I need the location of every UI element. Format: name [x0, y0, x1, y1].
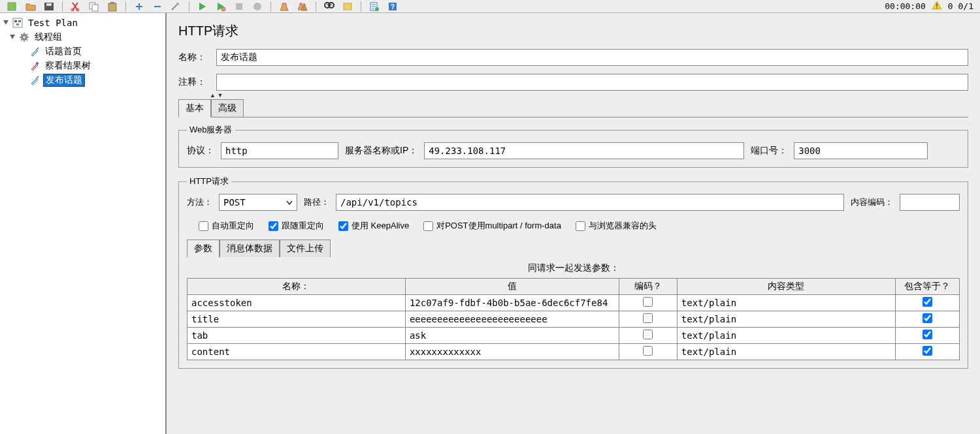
cell-include[interactable]	[895, 311, 960, 328]
tree-node-sampler[interactable]: 话题首页	[1, 44, 164, 59]
encoding-input[interactable]	[900, 194, 960, 211]
port-label: 端口号：	[751, 145, 787, 157]
col-header-encode[interactable]: 编码？	[619, 279, 678, 295]
chevron-down-icon	[286, 197, 293, 208]
testplan-icon	[12, 17, 24, 29]
col-header-ctype[interactable]: 内容类型	[677, 279, 895, 295]
cell-include[interactable]	[895, 295, 960, 311]
browser-compat-checkbox[interactable]: 与浏览器兼容的头	[576, 220, 657, 232]
name-input[interactable]	[216, 49, 968, 66]
cut-icon[interactable]	[69, 1, 83, 12]
function-helper-icon[interactable]	[367, 1, 382, 12]
cell-include[interactable]	[895, 344, 960, 360]
svg-rect-22	[18, 20, 21, 22]
http-request-fieldset: HTTP请求 方法： POST 路径： 内容编码： 自动重定向 跟随重定向 使用…	[178, 176, 968, 369]
table-row[interactable]: accesstoken12c07af9-fdbf-4b0b-b5ae-6dec6…	[188, 295, 960, 311]
svg-rect-8	[110, 2, 114, 4]
minus-icon[interactable]	[150, 1, 165, 12]
cell-encode[interactable]	[619, 311, 678, 328]
params-table[interactable]: 名称： 值 编码？ 内容类型 包含等于？ accesstoken12c07af9…	[187, 278, 960, 360]
comment-label: 注释：	[178, 76, 216, 88]
svg-rect-14	[344, 3, 351, 10]
tree-node-listener[interactable]: 察看结果树	[1, 59, 164, 73]
help-icon[interactable]: ?	[385, 1, 400, 12]
cell-value[interactable]: eeeeeeeeeeeeeeeeeeeeeeeee	[405, 311, 619, 328]
drag-handle-icon[interactable]: ▲ ▼	[178, 93, 968, 98]
tab-basic[interactable]: 基本	[178, 99, 211, 117]
shutdown-icon[interactable]	[250, 1, 265, 12]
search-icon[interactable]	[322, 1, 336, 12]
cell-value[interactable]: xxxxxxxxxxxxx	[405, 344, 619, 360]
reset-search-icon[interactable]	[340, 1, 355, 12]
tree-root[interactable]: Test Plan	[1, 16, 164, 30]
sampler-icon	[29, 46, 41, 57]
cell-ctype[interactable]: text/plain	[677, 295, 895, 311]
table-row[interactable]: tabasktext/plain	[188, 328, 960, 344]
cell-ctype[interactable]: text/plain	[677, 344, 895, 360]
col-header-value[interactable]: 值	[405, 279, 619, 295]
cell-name[interactable]: accesstoken	[188, 295, 406, 311]
svg-text:?: ?	[391, 3, 395, 10]
tree-node-label: 察看结果树	[43, 59, 93, 72]
tab-body[interactable]: 消息体数据	[220, 240, 280, 257]
web-server-fieldset: Web服务器 协议： 服务器名称或IP： 端口号：	[178, 124, 968, 168]
auto-redirect-checkbox[interactable]: 自动重定向	[199, 220, 254, 232]
cell-encode[interactable]	[619, 328, 678, 344]
paste-icon[interactable]	[105, 1, 120, 12]
name-label: 名称：	[178, 52, 216, 63]
keepalive-checkbox[interactable]: 使用 KeepAlive	[338, 220, 409, 232]
method-select[interactable]: POST	[219, 194, 297, 211]
col-header-include[interactable]: 包含等于？	[895, 279, 960, 295]
save-icon[interactable]	[42, 1, 56, 12]
multipart-checkbox[interactable]: 对POST使用multipart / form-data	[423, 220, 561, 232]
clear-icon[interactable]	[277, 1, 291, 12]
cell-encode[interactable]	[619, 344, 678, 360]
params-caption: 同请求一起发送参数：	[187, 262, 960, 274]
run-icon[interactable]	[195, 1, 210, 12]
cell-include[interactable]	[895, 328, 960, 344]
tab-file[interactable]: 文件上传	[280, 240, 331, 257]
port-input[interactable]	[794, 142, 928, 159]
table-row[interactable]: titleeeeeeeeeeeeeeeeeeeeeeeeeetext/plain	[188, 311, 960, 328]
collapse-icon[interactable]	[1, 18, 10, 27]
cell-encode[interactable]	[619, 295, 678, 311]
run-noschedule-icon[interactable]	[214, 1, 228, 12]
tree-threadgroup[interactable]: 线程组	[1, 30, 164, 44]
protocol-input[interactable]	[221, 142, 338, 159]
panel-title: HTTP请求	[178, 22, 968, 40]
clearall-icon[interactable]	[295, 1, 310, 12]
wand-icon[interactable]	[169, 1, 183, 12]
new-icon[interactable]	[5, 1, 20, 12]
web-server-legend: Web服务器	[187, 124, 235, 136]
svg-rect-21	[14, 20, 17, 22]
tree-node-label: 话题首页	[43, 45, 84, 58]
tree-node-selected[interactable]: 发布话题	[1, 73, 164, 87]
stop-icon[interactable]	[232, 1, 246, 12]
copy-icon[interactable]	[87, 1, 101, 12]
tab-advanced[interactable]: 高级	[211, 99, 244, 117]
cell-name[interactable]: tab	[188, 328, 406, 344]
open-icon[interactable]	[24, 1, 38, 12]
tab-params[interactable]: 参数	[187, 240, 220, 258]
collapse-icon[interactable]	[8, 33, 17, 42]
col-header-name[interactable]: 名称：	[188, 279, 406, 295]
path-input[interactable]	[336, 194, 844, 211]
method-value: POST	[223, 197, 246, 208]
svg-rect-20	[13, 18, 22, 27]
comment-input[interactable]	[216, 74, 968, 91]
server-input[interactable]	[424, 142, 744, 159]
plus-icon[interactable]	[132, 1, 146, 12]
svg-point-25	[23, 36, 25, 39]
cell-name[interactable]: content	[188, 344, 406, 360]
cell-ctype[interactable]: text/plain	[677, 311, 895, 328]
cell-ctype[interactable]: text/plain	[677, 328, 895, 344]
gear-icon	[18, 31, 30, 43]
cell-name[interactable]: title	[188, 311, 406, 328]
cell-value[interactable]: ask	[405, 328, 619, 344]
table-row[interactable]: contentxxxxxxxxxxxxxtext/plain	[188, 344, 960, 360]
tree-node-label: 发布话题	[43, 74, 85, 87]
cell-value[interactable]: 12c07af9-fdbf-4b0b-b5ae-6dec6cf7fe84	[405, 295, 619, 311]
follow-redirect-checkbox[interactable]: 跟随重定向	[269, 220, 324, 232]
test-plan-tree[interactable]: Test Plan 线程组 话题首页 察看结果树 发布话题	[0, 13, 167, 434]
warning-icon[interactable]: !	[931, 0, 943, 12]
